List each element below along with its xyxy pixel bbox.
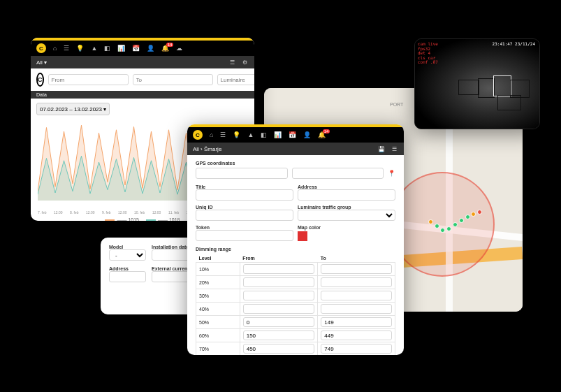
filter-to-input[interactable]: [133, 74, 213, 85]
traffic-group-select[interactable]: [298, 210, 395, 221]
cell-level: 10%: [196, 263, 240, 276]
table-row: 70%: [196, 342, 395, 356]
home-icon[interactable]: ⌂: [53, 45, 57, 52]
x-tick-label: 11. feb: [168, 210, 179, 215]
cell-to-input[interactable]: [321, 344, 392, 354]
legend-series-b: —— 1018: [146, 217, 180, 221]
table-row: 60%: [196, 329, 395, 342]
cube-icon[interactable]: ◧: [261, 131, 267, 138]
detection-box: [493, 75, 511, 96]
cell-to-input[interactable]: [321, 331, 392, 340]
cell-level: 40%: [196, 303, 240, 316]
cloud-icon[interactable]: ☁: [176, 45, 182, 52]
map-color-label: Map color: [298, 225, 395, 230]
bell-icon[interactable]: 🔔14: [318, 131, 326, 138]
x-tick-label: 12:00: [86, 210, 95, 215]
map-marker[interactable]: [459, 218, 464, 223]
bulb-icon[interactable]: 💡: [76, 45, 84, 52]
panel-menu-icon[interactable]: ☰: [228, 58, 236, 66]
warning-icon[interactable]: ▲: [247, 131, 254, 138]
warning-icon[interactable]: ▲: [91, 45, 97, 52]
table-row: 10%: [196, 263, 395, 276]
bulb-icon[interactable]: 💡: [233, 131, 240, 138]
user-icon[interactable]: 👤: [303, 131, 311, 138]
x-tick-label: 12:00: [54, 210, 63, 215]
map-marker[interactable]: [435, 224, 439, 228]
x-tick-label: 8. feb: [70, 210, 79, 215]
date-range-picker[interactable]: 07.02.2023 – 13.02.2023 ▾: [36, 103, 110, 115]
cell-to-input[interactable]: [321, 304, 392, 314]
breadcrumb[interactable]: All ▾: [36, 59, 47, 66]
uniqid-label: Uniq ID: [196, 205, 293, 210]
calendar-icon[interactable]: 📅: [132, 45, 140, 52]
menu-icon[interactable]: ☰: [220, 131, 226, 138]
cell-level: 50%: [196, 316, 240, 329]
table-row: 40%: [196, 303, 395, 316]
filter-luminaire-input[interactable]: [217, 74, 255, 85]
cell-from-input[interactable]: [243, 344, 315, 354]
app-toolbar: C ⌂ ☰ 💡 ▲ ◧ 📊 📅 👤 🔔14: [187, 127, 404, 143]
cell-level: 60%: [196, 329, 240, 342]
address-input[interactable]: [298, 189, 395, 201]
title-label: Title: [196, 184, 293, 189]
filter-from-input[interactable]: [48, 74, 129, 85]
save-icon[interactable]: 💾: [377, 145, 386, 153]
map-marker[interactable]: [453, 222, 458, 227]
map-marker[interactable]: [428, 219, 433, 224]
col-from: From: [240, 254, 318, 263]
col-level: Level: [196, 254, 240, 263]
map-zone-circle: [390, 172, 495, 277]
map-marker[interactable]: [440, 228, 445, 233]
chart-icon[interactable]: 📊: [117, 45, 125, 52]
gps-section-label: GPS coordinates: [196, 161, 395, 166]
title-input[interactable]: [196, 189, 293, 201]
user-icon[interactable]: 👤: [147, 45, 154, 52]
cell-to-input[interactable]: [321, 277, 392, 287]
map-marker[interactable]: [471, 212, 476, 217]
x-tick-label: 12:00: [152, 210, 161, 215]
detection-box: [458, 80, 479, 95]
panel-settings-icon[interactable]: ⚙: [240, 58, 249, 66]
home-icon[interactable]: ⌂: [210, 131, 213, 138]
address-label: Address: [109, 266, 146, 271]
cell-from-input[interactable]: [243, 331, 315, 340]
table-row: 20%: [196, 276, 395, 289]
cell-level: 30%: [196, 289, 240, 303]
cell-from-input[interactable]: [243, 291, 315, 300]
cell-from-input[interactable]: [243, 317, 315, 327]
chart-icon[interactable]: 📊: [274, 131, 282, 138]
camera-overlay-lines: cam livefps32 det 4cls car conf .87: [418, 42, 438, 65]
brand-logo: C: [36, 73, 44, 87]
uniqid-input[interactable]: [196, 210, 293, 221]
address-input[interactable]: [109, 271, 146, 282]
cell-level: 70%: [196, 342, 240, 356]
map-marker[interactable]: [446, 226, 451, 231]
model-label: Model: [109, 245, 146, 249]
cell-to-input[interactable]: [321, 291, 392, 300]
cell-from-input[interactable]: [243, 277, 315, 287]
table-row: 50%: [196, 316, 395, 329]
cell-to-input[interactable]: [321, 317, 392, 327]
cell-to-input[interactable]: [321, 264, 392, 274]
location-pin-icon[interactable]: 📍: [388, 170, 395, 177]
map-marker[interactable]: [477, 210, 482, 215]
model-select[interactable]: -: [109, 249, 146, 261]
breadcrumb[interactable]: All › Šmarje: [193, 146, 221, 152]
map-district-label: PORT: [390, 102, 403, 107]
cell-from-input[interactable]: [243, 264, 315, 274]
cube-icon[interactable]: ◧: [104, 45, 110, 52]
calendar-icon[interactable]: 📅: [289, 131, 296, 138]
token-input[interactable]: [196, 230, 293, 241]
camera-panel: cam livefps32 det 4cls car conf .87 23:4…: [414, 38, 540, 129]
panel-menu-icon[interactable]: ☰: [390, 145, 398, 153]
gps-lng-input[interactable]: [292, 168, 384, 179]
map-marker[interactable]: [465, 215, 470, 219]
cell-from-input[interactable]: [243, 304, 315, 314]
dimming-table: Level From To 10%20%30%40%50%60%70%80%: [196, 254, 395, 355]
map-color-swatch[interactable]: [298, 231, 307, 241]
bell-icon[interactable]: 🔔14: [161, 45, 169, 52]
form-panel: C ⌂ ☰ 💡 ▲ ◧ 📊 📅 👤 🔔14 All › Šmarje 💾 ☰ G…: [187, 124, 404, 355]
table-row: 30%: [196, 289, 395, 303]
gps-lat-input[interactable]: [196, 168, 288, 179]
menu-icon[interactable]: ☰: [64, 45, 69, 52]
